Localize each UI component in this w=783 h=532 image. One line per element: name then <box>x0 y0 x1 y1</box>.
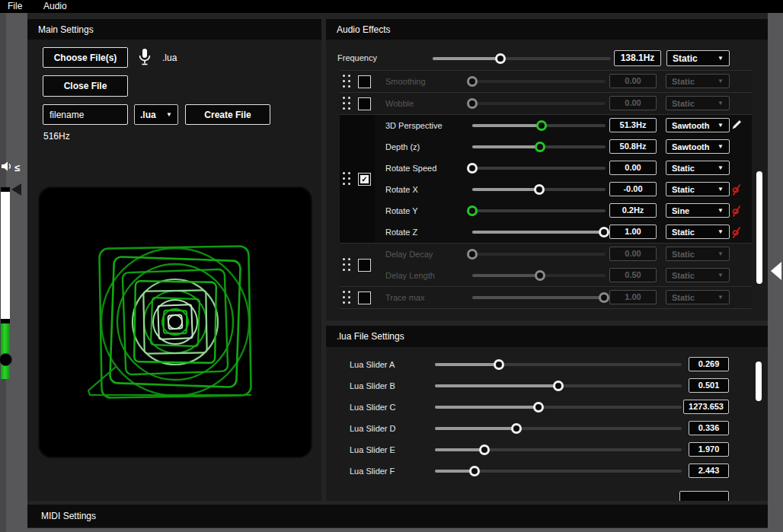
slider-thumb[interactable] <box>494 359 504 370</box>
effect-valuebox[interactable]: 1.00 <box>609 290 657 304</box>
slider[interactable] <box>472 76 606 88</box>
frequency-slider[interactable] <box>433 53 611 65</box>
frequency-mode-dropdown[interactable]: Static ▼ <box>666 50 730 66</box>
slider[interactable] <box>472 120 606 132</box>
slider-thumb[interactable] <box>534 184 545 195</box>
slider-thumb[interactable] <box>599 292 609 303</box>
slider-thumb[interactable] <box>553 381 564 391</box>
effect-mode-dropdown[interactable]: Static▼ <box>666 74 730 88</box>
effects-scrollbar[interactable] <box>756 171 762 284</box>
effect-valuebox[interactable]: 51.3Hz <box>609 118 657 132</box>
effect-enable-checkbox[interactable] <box>358 259 371 272</box>
effect-enable-checkbox[interactable] <box>358 75 371 88</box>
effect-valuebox[interactable]: 0.2Hz <box>609 203 657 218</box>
slider[interactable] <box>435 402 682 413</box>
menu-item-file[interactable]: File <box>8 1 22 11</box>
effect-mode-dropdown[interactable]: Sawtooth▼ <box>666 139 730 154</box>
drag-handle-icon[interactable] <box>342 75 352 89</box>
effect-enable-checkbox[interactable] <box>358 291 371 304</box>
effect-valuebox[interactable]: 0.00 <box>609 247 657 261</box>
effect-mode-dropdown[interactable]: Sawtooth▼ <box>666 118 730 132</box>
effect-valuebox[interactable]: -0.00 <box>609 182 657 196</box>
rotate-animate-icon[interactable] <box>731 204 743 218</box>
lua-slider-valuebox[interactable]: 0.269 <box>689 357 729 371</box>
edit-pencil-icon[interactable] <box>731 119 743 132</box>
lua-slider-g-valuebox-partial[interactable] <box>679 491 729 501</box>
slider-thumb[interactable] <box>467 76 478 87</box>
effect-mode-dropdown[interactable]: Static▼ <box>666 247 730 261</box>
slider-thumb[interactable] <box>535 142 545 152</box>
create-file-button[interactable]: Create File <box>185 104 270 125</box>
close-file-button[interactable]: Close File <box>43 75 128 97</box>
effect-mode-dropdown[interactable]: Static▼ <box>666 96 730 110</box>
frequency-valuebox[interactable]: 138.1Hz <box>614 50 661 66</box>
slider[interactable] <box>435 359 682 371</box>
drag-handle-icon[interactable] <box>342 258 352 272</box>
audio-effects-header: Audio Effects <box>326 19 768 40</box>
slider[interactable] <box>472 249 606 260</box>
volume-meter[interactable] <box>1 187 10 379</box>
effect-valuebox[interactable]: 1.00 <box>609 225 657 239</box>
slider[interactable] <box>472 292 606 304</box>
effect-valuebox[interactable]: 0.50 <box>609 268 657 282</box>
slider-thumb[interactable] <box>467 98 478 109</box>
slider[interactable] <box>435 423 682 435</box>
slider-thumb[interactable] <box>533 402 544 413</box>
effect-enable-checkbox[interactable]: ✓ <box>358 173 371 186</box>
drag-handle-icon[interactable] <box>342 97 352 111</box>
slider[interactable] <box>472 270 606 282</box>
slider-thumb[interactable] <box>467 249 478 260</box>
effect-valuebox[interactable]: 50.8Hz <box>609 139 657 154</box>
slider[interactable] <box>472 205 606 217</box>
slider[interactable] <box>435 466 682 477</box>
effect-mode-dropdown[interactable]: Static▼ <box>666 182 730 196</box>
effect-mode-dropdown[interactable]: Static▼ <box>666 290 730 304</box>
slider-thumb[interactable] <box>536 120 547 131</box>
slider[interactable] <box>472 142 606 153</box>
slider[interactable] <box>472 227 606 238</box>
slider[interactable] <box>435 444 682 456</box>
effects-list: Smoothing0.00Static▼Wobble0.00Static▼✓3D… <box>340 70 752 309</box>
drag-handle-icon[interactable] <box>342 291 352 305</box>
panel-collapse-arrow-icon[interactable] <box>771 262 781 280</box>
effect-valuebox[interactable]: 0.00 <box>609 74 657 88</box>
drag-handle-icon[interactable] <box>342 172 352 186</box>
volume-slider-thumb[interactable] <box>0 353 12 366</box>
slider-thumb[interactable] <box>479 444 490 455</box>
menu-item-audio[interactable]: Audio <box>43 1 67 11</box>
slider[interactable] <box>472 98 606 110</box>
effect-mode-dropdown[interactable]: Static▼ <box>666 161 730 175</box>
microphone-icon[interactable] <box>138 48 152 71</box>
effect-group-controls: ✓ <box>340 115 375 243</box>
slider[interactable] <box>435 381 682 392</box>
slider-thumb[interactable] <box>467 205 478 216</box>
effect-valuebox[interactable]: 0.00 <box>609 96 657 110</box>
lua-slider-valuebox[interactable]: 1273.653 <box>683 400 729 414</box>
effect-valuebox[interactable]: 0.00 <box>609 161 657 175</box>
filename-input[interactable] <box>43 104 128 125</box>
volume-threshold-marker-icon[interactable] <box>11 183 21 196</box>
slider-thumb[interactable] <box>467 163 478 174</box>
rotate-animate-icon[interactable] <box>731 183 743 196</box>
lua-scrollbar[interactable] <box>756 362 762 401</box>
slider[interactable] <box>472 163 606 174</box>
midi-settings-bar[interactable]: MIDI Settings <box>27 505 768 527</box>
slider-thumb[interactable] <box>599 227 609 237</box>
lua-slider-valuebox[interactable]: 0.501 <box>689 378 729 393</box>
slider[interactable] <box>472 184 606 196</box>
lua-slider-valuebox[interactable]: 1.970 <box>689 442 729 457</box>
slider-thumb[interactable] <box>511 423 522 434</box>
effect-mode-dropdown[interactable]: Static▼ <box>666 268 730 282</box>
lua-slider-valuebox[interactable]: 2.443 <box>689 464 729 478</box>
effect-mode-dropdown[interactable]: Static▼ <box>666 225 730 239</box>
extension-dropdown[interactable]: .lua ▼ <box>134 104 178 125</box>
effect-mode-dropdown[interactable]: Sine▼ <box>666 203 730 218</box>
slider-thumb[interactable] <box>469 466 480 476</box>
lua-slider-label: Lua Slider F <box>350 467 395 476</box>
effect-enable-checkbox[interactable] <box>358 97 371 110</box>
lua-slider-valuebox[interactable]: 0.336 <box>689 421 729 435</box>
rotate-animate-icon[interactable] <box>731 225 743 239</box>
choose-files-button[interactable]: Choose File(s) <box>43 47 128 68</box>
slider-thumb[interactable] <box>535 270 545 281</box>
frequency-slider-thumb[interactable] <box>495 53 506 64</box>
